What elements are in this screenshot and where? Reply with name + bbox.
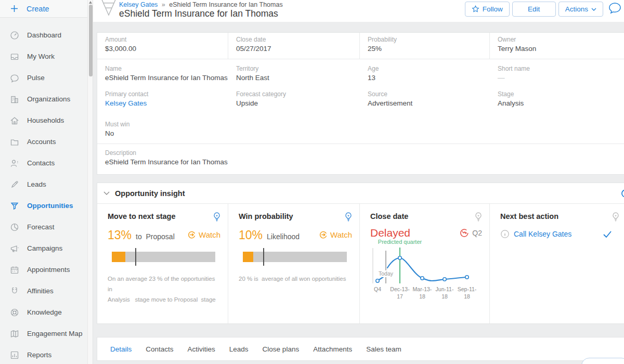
sidebar-item-opportunities[interactable]: Opportunities [0,195,87,216]
insight-card-close-date: Close date Delayed Q2 TodayPredicted qua… [360,204,490,323]
record-details-card: Amount $3,000.00 Close date 05/27/2017 P… [97,32,624,175]
person-icon [10,159,19,168]
summary-row: Amount $3,000.00 Close date 05/27/2017 P… [97,33,624,59]
house-icon [10,116,19,125]
breadcrumb-parent-link[interactable]: Kelsey Gates [119,1,158,8]
card-title: Move to next stage [108,212,176,220]
card-title: Win probability [239,212,293,220]
progress-fill [112,252,125,262]
chart-x-label: Jun-11- 18 [433,285,456,300]
lightbulb-icon [213,212,220,222]
calendar-icon [10,265,19,275]
create-button[interactable]: Create [0,0,87,18]
follow-button[interactable]: Follow [465,2,510,17]
map-icon [10,329,19,339]
field-forecast-category: Forecast category Upside [228,85,360,110]
create-label: Create [27,5,49,13]
sidebar-item-knowledge[interactable]: Knowledge [0,302,87,323]
header-buttons: Follow Edit Actions [465,2,603,17]
edit-button[interactable]: Edit [512,2,556,17]
bar-chart-icon [10,350,19,360]
predicted-quarter-badge: Q2 [472,229,482,237]
scrollbar-thumb[interactable] [89,5,93,76]
plus-icon [10,5,18,12]
field-description: Description eShield Term Insurance for I… [97,144,624,174]
tab-contacts[interactable]: Contacts [146,345,173,353]
chart-x-label: Dec-13- 17 [388,285,411,300]
sidebar-scrollbar[interactable] [87,0,93,364]
close-date-status: Delayed [370,227,410,239]
average-marker [135,248,136,266]
tab-close-plans[interactable]: Close plans [263,345,300,353]
sidebar-item-pulse[interactable]: Pulse [0,67,87,88]
sidebar-item-contacts[interactable]: Contacts [0,152,87,174]
sidebar-item-appointments[interactable]: Appointments [0,259,87,280]
primary-contact-link[interactable]: Kelsey Gates [105,99,228,107]
stage-move-caption: On an average 23 % of the opportunities … [108,274,220,305]
tab-leads[interactable]: Leads [229,345,249,353]
sidebar-item-organizations[interactable]: Organizations [0,88,87,110]
actions-button[interactable]: Actions [558,2,603,17]
funnel-icon [10,201,19,211]
chart-x-label: Sep-11- 18 [456,285,478,300]
megaphone-icon [10,244,19,253]
chevron-down-icon [591,8,596,11]
sidebar-item-forecast[interactable]: Forecast [0,216,87,238]
record-tabs: Details Contacts Activities Leads Close … [97,337,624,361]
chart-x-label: Q4 [366,285,389,293]
sidebar-item-campaigns[interactable]: Campaigns [0,238,87,259]
field-stage: Stage Analysis [490,85,624,110]
sidebar-nav: Dashboard My Work Pulse Organizations Ho… [0,18,87,364]
field-owner: Owner Terry Mason [490,33,624,59]
progress-fill [243,252,253,262]
folder-icon [10,137,19,147]
refresh-icon[interactable] [620,188,624,199]
scrollbar-up-arrow[interactable] [89,1,92,4]
main-content: Kelsey Gates » eShield Term Insurance fo… [93,0,624,364]
sidebar-item-accounts[interactable]: Accounts [0,131,87,152]
watch-link[interactable]: Watch [187,230,220,239]
collapse-chevron-icon[interactable] [103,191,110,196]
chat-bubble-icon [10,73,19,83]
tab-details[interactable]: Details [110,345,132,353]
floating-button[interactable] [581,358,624,364]
sidebar-item-dashboard[interactable]: Dashboard [0,24,87,46]
watch-link[interactable]: Watch [319,230,352,239]
breadcrumb-current: eShield Term Insurance for Ian Thomas [169,1,282,8]
insight-header: Opportunity insight [97,183,624,204]
tab-attachments[interactable]: Attachments [313,345,352,353]
dashboard-icon [10,31,19,40]
field-close-date: Close date 05/27/2017 [228,33,360,59]
pen-icon [10,180,19,189]
watch-icon [187,230,196,239]
lightbulb-icon [475,212,482,222]
insight-card-win-probability: Win probability 10% Likelihood Watch [228,204,360,323]
next-best-action-link[interactable]: Call Kelsey Gates [514,230,571,238]
field-amount: Amount $3,000.00 [97,33,228,59]
sidebar-item-leads[interactable]: Leads [0,174,87,195]
watch-icon [319,230,328,239]
field-source: Source Advertisement [360,85,490,110]
sidebar-item-my-work[interactable]: My Work [0,46,87,67]
opportunity-insight-section: Opportunity insight Move to next stage 1… [97,183,624,324]
sidebar-item-households[interactable]: Households [0,110,87,131]
star-icon [472,5,479,13]
insight-card-move-to-next-stage: Move to next stage 13% to Proposal Watch [97,204,228,323]
field-territory: Territory North East [228,59,360,85]
insight-card-next-best-action: Next best action Call Kelsey Gates [490,204,624,323]
svg-text:Predicted quarter: Predicted quarter [378,239,422,245]
stage-move-progress-bar [112,252,215,262]
building-icon [10,95,19,104]
tab-activities[interactable]: Activities [188,345,215,353]
info-icon [500,229,510,239]
check-icon[interactable] [603,230,612,238]
sidebar-item-reports[interactable]: Reports [0,344,87,364]
chat-bubble-icon[interactable] [608,2,621,14]
sidebar-item-engagement-map[interactable]: Engagement Map [0,323,87,344]
sidebar-item-affinities[interactable]: Affinities [0,280,87,302]
stage-move-percent: 13% [108,228,132,242]
magnet-icon [10,287,19,296]
tab-sales-team[interactable]: Sales team [366,345,401,353]
detail-row-1: Name eShield Term Insurance for Ian Thom… [97,59,624,85]
field-primary-contact: Primary contact Kelsey Gates [97,85,228,110]
